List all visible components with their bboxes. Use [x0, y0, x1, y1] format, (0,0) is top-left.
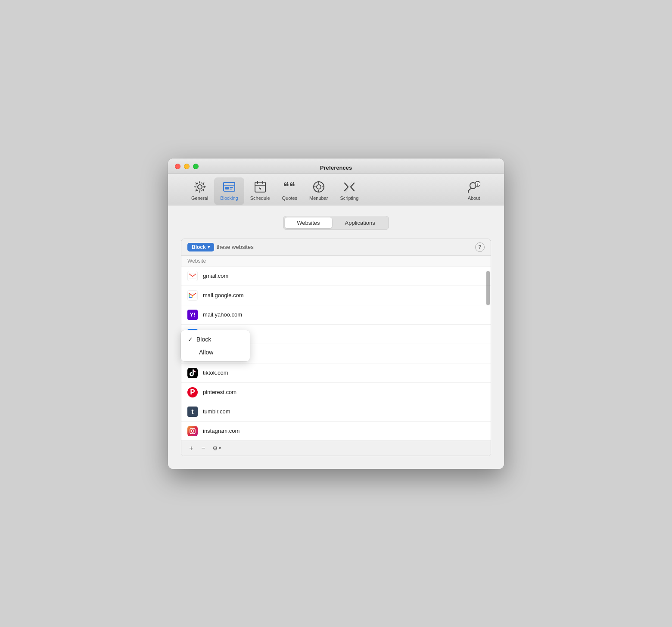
remove-button[interactable]: −: [198, 444, 209, 453]
toolbar-item-general[interactable]: General: [185, 177, 214, 205]
tab-websites[interactable]: Websites: [285, 217, 332, 228]
toolbar-item-menubar[interactable]: Menubar: [303, 177, 334, 205]
svg-point-19: [194, 429, 195, 430]
dropdown-arrow-icon: ▾: [208, 245, 210, 249]
add-button[interactable]: +: [186, 444, 197, 453]
svg-text:i: i: [477, 182, 478, 186]
toolbar-item-blocking[interactable]: Blocking: [214, 177, 244, 205]
block-allow-button[interactable]: Block ▾: [187, 243, 214, 251]
toolbar-item-quotes[interactable]: ❝❝ Quotes: [276, 177, 303, 205]
tumblr-icon: t: [187, 407, 198, 417]
blocking-icon: [222, 180, 236, 194]
yahoo-icon: Y!: [187, 310, 198, 320]
minimize-button[interactable]: [184, 164, 190, 169]
scrollbar-thumb[interactable]: [486, 271, 490, 305]
tab-applications[interactable]: Applications: [333, 217, 387, 228]
gear-icon: [193, 180, 207, 194]
close-button[interactable]: [175, 164, 180, 169]
svg-rect-3: [224, 183, 235, 185]
general-label: General: [191, 196, 208, 201]
mail-google-icon: [187, 290, 198, 301]
list-item[interactable]: instagram.com: [181, 422, 491, 441]
gmail-icon: [187, 271, 198, 281]
list-item[interactable]: t tumblr.com: [181, 402, 491, 422]
svg-rect-4: [225, 187, 229, 189]
toolbar-item-scripting[interactable]: Scripting: [334, 177, 364, 205]
svg-rect-17: [190, 428, 195, 434]
checkmark-icon: ✓: [188, 336, 193, 343]
maximize-button[interactable]: [193, 164, 199, 169]
scrollbar-track[interactable]: [485, 267, 491, 441]
column-header: Website: [181, 256, 491, 267]
traffic-lights: [175, 164, 497, 174]
menubar-icon: [312, 180, 326, 194]
list-item[interactable]: mail.google.com: [181, 286, 491, 305]
toolbar-item-about[interactable]: i About: [461, 177, 487, 205]
tab-container: Websites Applications: [283, 216, 389, 230]
list-footer: + − ⚙ ▾: [181, 441, 491, 456]
gear-settings-button[interactable]: ⚙ ▾: [210, 444, 224, 453]
svg-point-0: [198, 185, 202, 189]
quotes-label: Quotes: [282, 196, 297, 201]
blocking-label: Blocking: [220, 196, 238, 201]
list-item[interactable]: Y! mail.yahoo.com: [181, 305, 491, 325]
list-item[interactable]: tiktok.com: [181, 363, 491, 383]
content-area: Websites Applications Block ▾ these webs…: [168, 205, 504, 469]
schedule-label: Schedule: [250, 196, 270, 201]
about-label: About: [468, 196, 480, 201]
tiktok-icon: [187, 368, 198, 378]
preferences-window: Preferences General: [168, 158, 504, 469]
list-item[interactable]: gmail.com: [181, 267, 491, 286]
tab-bar: Websites Applications: [181, 216, 491, 230]
dropdown-item-allow[interactable]: Allow: [181, 346, 250, 359]
svg-point-10: [317, 185, 321, 189]
help-button[interactable]: ?: [475, 242, 485, 252]
svg-rect-5: [230, 187, 233, 188]
schedule-icon: [253, 180, 267, 194]
svg-text:❝❝: ❝❝: [283, 182, 295, 192]
list-item[interactable]: P pinterest.com: [181, 383, 491, 402]
scripting-label: Scripting: [340, 196, 358, 201]
list-header-left: Block ▾ these websites: [187, 243, 254, 251]
quotes-icon: ❝❝: [283, 180, 296, 194]
toolbar-item-schedule[interactable]: Schedule: [244, 177, 276, 205]
dropdown-item-block[interactable]: ✓ Block: [181, 333, 250, 346]
toolbar: General Blocking: [168, 174, 504, 205]
instagram-icon: [187, 426, 198, 436]
about-icon: i: [467, 180, 481, 194]
titlebar: Preferences: [168, 158, 504, 174]
svg-rect-6: [230, 189, 232, 189]
scripting-icon: [342, 180, 356, 194]
list-header: Block ▾ these websites ?: [181, 239, 491, 256]
menubar-label: Menubar: [309, 196, 328, 201]
header-text: these websites: [217, 244, 254, 250]
svg-point-18: [191, 430, 194, 432]
block-allow-dropdown: ✓ Block Allow: [181, 330, 250, 361]
pinterest-icon: P: [187, 387, 198, 397]
svg-rect-2: [224, 183, 235, 191]
